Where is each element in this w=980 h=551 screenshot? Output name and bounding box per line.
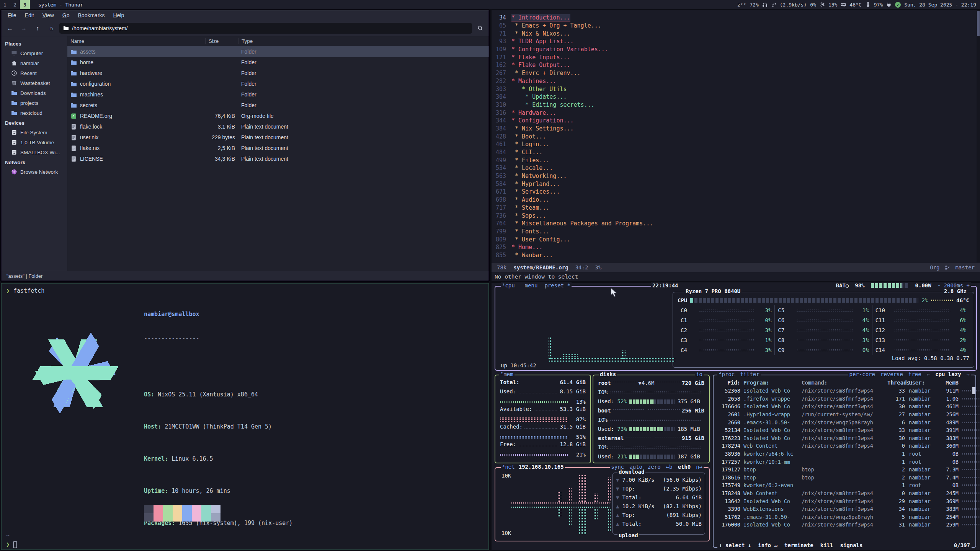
search-button[interactable] bbox=[474, 23, 486, 34]
org-heading-line[interactable]: 316 * Hardware... bbox=[492, 109, 980, 117]
file-row[interactable]: machines Folder bbox=[67, 89, 489, 100]
org-heading-line[interactable]: 344 * Configuration... bbox=[492, 117, 980, 125]
home-button[interactable]: ⌂ bbox=[46, 23, 57, 34]
preset-button[interactable]: preset * bbox=[544, 282, 570, 289]
org-heading-line[interactable]: 34 * Introduction... bbox=[492, 14, 980, 22]
sidebar-device-item[interactable]: 1,0 TB Volume bbox=[1, 137, 67, 147]
sidebar-place-item[interactable]: nextcloud bbox=[1, 108, 67, 118]
file-row[interactable]: README.org 76,4 KiB Org-mode file bbox=[67, 111, 489, 121]
org-heading-line[interactable]: 303 * Other Utils bbox=[492, 85, 980, 93]
process-row[interactable]: 38936 kworker/u64:6-kc 1 root 0B 0.0 bbox=[717, 450, 972, 458]
org-heading-line[interactable]: 671 * Services... bbox=[492, 188, 980, 196]
volume-value[interactable]: 72% bbox=[750, 2, 758, 8]
menu-item[interactable]: Help bbox=[110, 11, 128, 19]
shell-prompt[interactable]: ❯ bbox=[6, 541, 17, 548]
sidebar-network-item[interactable]: Browse Network bbox=[1, 167, 67, 177]
sidebar-place-item[interactable]: nambiar bbox=[1, 58, 67, 68]
org-heading-line[interactable]: 825 * Home... bbox=[492, 243, 980, 251]
forward-button[interactable]: → bbox=[18, 23, 29, 34]
process-row[interactable]: 2660 .emacs-31.0.50- /nix/store/wnqz5pa8… bbox=[717, 418, 972, 426]
menu-item[interactable]: File bbox=[4, 11, 20, 19]
file-row[interactable]: secrets Folder bbox=[67, 100, 489, 111]
back-button[interactable]: ← bbox=[4, 23, 16, 34]
workspace-button[interactable]: 3 bbox=[20, 0, 30, 9]
org-heading-line[interactable]: 121 * Flake Inputs... bbox=[492, 53, 980, 61]
disks-box-title[interactable]: disks bbox=[599, 371, 617, 377]
file-row[interactable]: flake.lock 3,1 KiB Plain text document bbox=[67, 121, 489, 132]
disks-io-button[interactable]: io bbox=[695, 371, 704, 377]
sidebar-place-item[interactable]: Downloads bbox=[1, 88, 67, 98]
file-row[interactable]: assets Folder bbox=[67, 46, 489, 57]
column-header-type[interactable]: Type bbox=[238, 38, 489, 44]
org-heading-line[interactable]: 93 * TLDR App List... bbox=[492, 37, 980, 46]
file-row[interactable]: user.nix 229 bytes Plain text document bbox=[67, 132, 489, 143]
clock[interactable]: Sun, 28 Sep 2025 - 22:19 bbox=[904, 2, 976, 8]
org-heading-line[interactable]: 736 * Sops... bbox=[492, 212, 980, 220]
org-heading-line[interactable]: 71 * Nix & Nixos... bbox=[492, 29, 980, 37]
sidebar-place-item[interactable]: Wastebasket bbox=[1, 78, 67, 88]
process-row[interactable]: 175749 kworker/6:2-even 1 root 0B 0.0 bbox=[717, 481, 972, 489]
org-outline[interactable]: 34 * Introduction... 65 * Emacs + Org + … bbox=[492, 10, 980, 263]
org-heading-line[interactable]: 109 * Configuration Variables... bbox=[492, 46, 980, 54]
column-header-size[interactable]: Size bbox=[205, 38, 238, 44]
column-header-name[interactable]: Name bbox=[67, 38, 205, 44]
org-heading-line[interactable]: 855 * Waubar... bbox=[492, 251, 980, 259]
proc-footer-key[interactable]: info ↵ bbox=[758, 542, 777, 548]
process-row[interactable]: 178294 Web Content /nix/store/sm8fmrf3wp… bbox=[717, 442, 972, 450]
proc-footer-key[interactable]: ↑ select ↓ bbox=[719, 542, 751, 548]
process-row[interactable]: 52134 Isolated Web Co /nix/store/sm8fmrf… bbox=[717, 426, 972, 434]
menu-item[interactable]: Edit bbox=[21, 11, 38, 19]
org-heading-line[interactable]: 267 * Envrc + Direnv... bbox=[492, 69, 980, 77]
proc-table-header[interactable]: Pid: Program: Command: Threads: User: Me… bbox=[717, 378, 972, 387]
proc-options[interactable]: per-core reverse tree ← cpu lazy → bbox=[848, 371, 971, 377]
org-heading-line[interactable]: 65 * Emacs + Org + Tangle... bbox=[492, 22, 980, 30]
org-heading-line[interactable]: 162 * Flake Output... bbox=[492, 61, 980, 69]
org-heading-line[interactable]: 563 * Networking... bbox=[492, 172, 980, 180]
process-row[interactable]: 2601 .Hyprland-wrapp /run/current-system… bbox=[717, 411, 972, 419]
process-row[interactable]: 51762 .emacs-31.0.50- /nix/store/wnqz5pa… bbox=[717, 513, 972, 521]
file-row[interactable]: home Folder bbox=[67, 57, 489, 68]
filter-button[interactable]: filter bbox=[740, 371, 760, 377]
org-heading-line[interactable]: 809 * User Config... bbox=[492, 235, 980, 243]
process-row[interactable]: 177257 kworker/10:1-mm_ 1 root 0B 0.0 bbox=[717, 458, 972, 466]
workspace-button[interactable]: 1 bbox=[0, 0, 10, 9]
file-row[interactable]: flake.nix 2,5 KiB Plain text document bbox=[67, 143, 489, 153]
process-row[interactable]: 13642 Isolated Web Co /nix/store/sm8fmrf… bbox=[717, 497, 972, 505]
sidebar-place-item[interactable]: Recent bbox=[1, 68, 67, 78]
proc-footer[interactable]: ↑ select ↓info ↵terminatekillsignals 0/3… bbox=[717, 542, 972, 548]
org-heading-line[interactable]: 310 * Editing secrets... bbox=[492, 101, 980, 109]
org-heading-line[interactable]: 584 * Hyprland... bbox=[492, 180, 980, 188]
scrollbar-thumb[interactable] bbox=[977, 11, 980, 36]
org-heading-line[interactable]: 384 * Nix Settings... bbox=[492, 125, 980, 133]
sidebar-place-item[interactable]: projects bbox=[1, 98, 67, 108]
menu-item[interactable]: Bookmarks bbox=[75, 11, 108, 19]
org-heading-line[interactable]: 717 * Steam... bbox=[492, 204, 980, 212]
process-row[interactable]: 52368 Isolated Web Co /nix/store/sm8fmrf… bbox=[717, 387, 972, 395]
proc-footer-key[interactable]: kill bbox=[820, 542, 833, 548]
sidebar-device-item[interactable]: SMALLBOX Wi... bbox=[1, 147, 67, 157]
org-heading-line[interactable]: 764 * Miscellaneous Packages and Program… bbox=[492, 220, 980, 228]
process-row[interactable]: 176223 Isolated Web Co /nix/store/sm8fmr… bbox=[717, 434, 972, 442]
process-row[interactable]: 178248 Web Content /nix/store/sm8fmrf3wp… bbox=[717, 489, 972, 497]
interval-control[interactable]: - 2000ms + bbox=[938, 282, 970, 289]
proc-box-title[interactable]: ⁴proc filter bbox=[717, 371, 761, 377]
process-row[interactable]: 176000 Isolated Web Co /nix/store/sm8fmr… bbox=[717, 521, 972, 529]
up-button[interactable]: ↑ bbox=[32, 23, 43, 34]
org-heading-line[interactable]: 428 * Boot... bbox=[492, 132, 980, 140]
process-row[interactable]: 3390 WebExtensions /nix/store/sm8fmrf3wp… bbox=[717, 505, 972, 513]
process-row[interactable]: 179127 btop btop 2 nambiar 7.3M 0.0 bbox=[717, 466, 972, 474]
org-heading-line[interactable]: 304 * Updates... bbox=[492, 93, 980, 101]
org-heading-line[interactable]: 461 * Login... bbox=[492, 140, 980, 148]
workspace-button[interactable]: 2 bbox=[10, 0, 20, 9]
file-row[interactable]: configuration Folder bbox=[67, 78, 489, 89]
org-heading-line[interactable]: 499 * Files... bbox=[492, 156, 980, 164]
path-field[interactable]: /home/nambiar/system/ bbox=[59, 23, 472, 34]
process-row[interactable]: 178616 btop btop 2 nambiar 7.4M 0.0 bbox=[717, 474, 972, 482]
org-heading-line[interactable]: 484 * CLI... bbox=[492, 148, 980, 156]
process-row[interactable]: 2658 .firefox-wrappe /nix/store/sm8fmrf3… bbox=[717, 395, 972, 403]
menu-item[interactable]: Go bbox=[59, 11, 73, 19]
org-heading-line[interactable]: 534 * Locale... bbox=[492, 164, 980, 172]
menu-button[interactable]: menu bbox=[525, 282, 538, 289]
sidebar-device-item[interactable]: File System bbox=[1, 127, 67, 137]
menu-item[interactable]: View bbox=[39, 11, 57, 19]
